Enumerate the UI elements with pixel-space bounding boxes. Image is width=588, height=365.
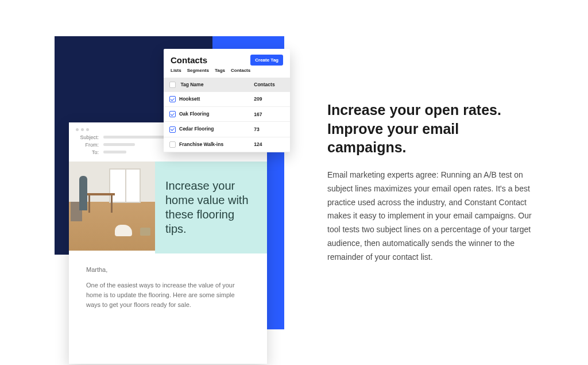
tag-count: 73 bbox=[248, 122, 290, 137]
tab-lists[interactable]: Lists bbox=[171, 68, 181, 73]
create-tag-button[interactable]: Create Tag bbox=[250, 55, 283, 66]
email-preview-card: Subject: From: To: Increase your home bbox=[69, 122, 267, 364]
table-row[interactable]: Hooksett209 bbox=[164, 92, 290, 107]
hero-heading: Increase your home value with these floo… bbox=[155, 162, 267, 253]
email-greeting: Martha, bbox=[86, 265, 250, 275]
select-all-checkbox[interactable] bbox=[169, 82, 176, 88]
tab-segments[interactable]: Segments bbox=[187, 68, 209, 73]
marketing-copy: Increase your open rates. Improve your e… bbox=[327, 101, 534, 264]
contacts-title: Contacts bbox=[171, 55, 207, 65]
tab-contacts[interactable]: Contacts bbox=[231, 68, 250, 73]
tag-name: Franchise Walk-ins bbox=[179, 141, 223, 147]
col-tag-name: Tag Name bbox=[180, 82, 203, 87]
table-row[interactable]: Cedar Flooring73 bbox=[164, 122, 290, 137]
contacts-panel: Contacts Create Tag Lists Segments Tags … bbox=[164, 49, 290, 152]
email-hero: Increase your home value with these floo… bbox=[69, 162, 267, 253]
contacts-tabs: Lists Segments Tags Contacts bbox=[164, 68, 290, 78]
tag-count: 167 bbox=[248, 107, 290, 122]
email-body-text: One of the easiest ways to increase the … bbox=[86, 281, 250, 310]
page-title: Increase your open rates. Improve your e… bbox=[327, 101, 534, 157]
col-contacts: Contacts bbox=[248, 78, 290, 92]
from-label: From: bbox=[76, 142, 99, 148]
row-checkbox[interactable] bbox=[169, 111, 176, 117]
table-row[interactable]: Oak Flooring167 bbox=[164, 107, 290, 122]
tags-table: Tag Name Contacts Hooksett209Oak Floorin… bbox=[164, 78, 290, 152]
promo-illustration: Subject: From: To: Increase your home bbox=[55, 36, 284, 329]
tag-name: Oak Flooring bbox=[179, 111, 209, 117]
tag-count: 209 bbox=[248, 92, 290, 107]
tab-tags[interactable]: Tags bbox=[215, 68, 225, 73]
tag-count: 124 bbox=[248, 137, 290, 152]
hero-image bbox=[69, 162, 155, 251]
row-checkbox[interactable] bbox=[169, 141, 176, 148]
table-row[interactable]: Franchise Walk-ins124 bbox=[164, 137, 290, 152]
row-checkbox[interactable] bbox=[169, 126, 176, 133]
tag-name: Hooksett bbox=[179, 96, 200, 102]
page-description: Email marketing experts agree: Running a… bbox=[327, 168, 534, 264]
to-label: To: bbox=[76, 149, 99, 155]
tag-name: Cedar Flooring bbox=[179, 126, 214, 132]
row-checkbox[interactable] bbox=[169, 96, 176, 102]
email-body: Martha, One of the easiest ways to incre… bbox=[69, 253, 267, 321]
subject-label: Subject: bbox=[76, 135, 99, 140]
